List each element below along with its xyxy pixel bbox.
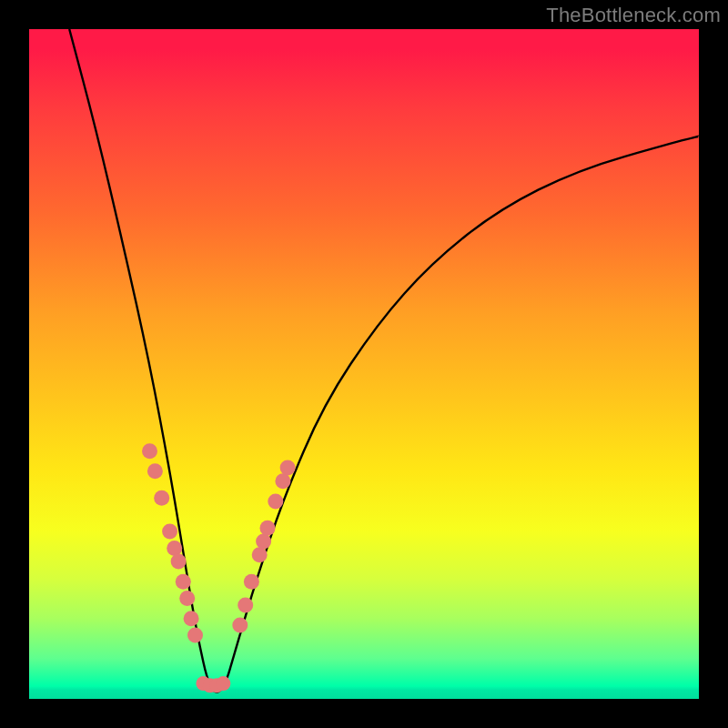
- bottleneck-curve: [69, 29, 699, 693]
- dot: [252, 547, 268, 562]
- dot: [179, 591, 195, 606]
- watermark-text: TheBottleneck.com: [546, 4, 721, 27]
- dot: [238, 598, 253, 613]
- dot: [154, 490, 169, 506]
- dot: [171, 554, 187, 570]
- plot-svg: [29, 29, 699, 699]
- data-dots: [142, 443, 296, 693]
- dot: [176, 574, 191, 590]
- dot: [280, 460, 296, 476]
- dot: [275, 473, 290, 489]
- dot: [268, 493, 283, 509]
- dot: [162, 524, 177, 540]
- dot: [187, 628, 203, 643]
- dot: [232, 618, 248, 633]
- dot: [147, 463, 163, 479]
- dot: [260, 521, 276, 536]
- dot: [256, 534, 271, 550]
- dot: [184, 611, 199, 626]
- chart-frame: TheBottleneck.com: [0, 0, 728, 728]
- dot: [216, 676, 230, 691]
- dot: [244, 574, 259, 590]
- dot: [142, 443, 157, 459]
- plot-area: [29, 29, 699, 699]
- dot: [167, 541, 182, 556]
